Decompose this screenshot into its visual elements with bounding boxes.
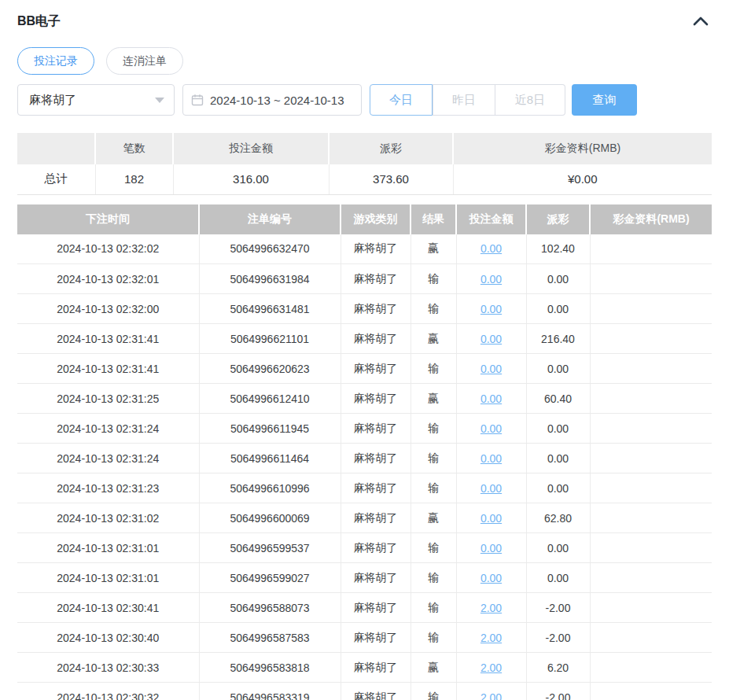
table-row: 2024-10-13 02:32:025064996632470麻将胡了赢0.0…	[17, 234, 712, 264]
header-bet-time: 下注时间	[17, 204, 199, 234]
bet-amount-cell: 0.00	[456, 264, 526, 294]
summary-total-bet-amount: 316.00	[173, 164, 329, 194]
payout-cell: -2.00	[526, 683, 590, 700]
bonus-cell	[590, 384, 712, 414]
bet-amount-cell: 0.00	[456, 533, 526, 563]
result-cell: 赢	[411, 384, 456, 414]
game-type-cell: 麻将胡了	[341, 294, 411, 324]
yesterday-button[interactable]: 昨日	[433, 84, 495, 116]
bet-amount-link[interactable]: 0.00	[480, 482, 502, 495]
table-row: 2024-10-13 02:30:335064996583818麻将胡了赢2.0…	[17, 653, 712, 683]
bet-amount-link[interactable]: 0.00	[480, 572, 502, 584]
bet-amount-cell: 0.00	[456, 354, 526, 384]
header-game-type: 游戏类别	[341, 204, 411, 234]
bet-time-cell: 2024-10-13 02:31:02	[17, 503, 199, 533]
payout-cell: 0.00	[526, 473, 590, 503]
bet-amount-link[interactable]: 0.00	[480, 242, 502, 255]
bonus-cell	[590, 414, 712, 444]
bet-amount-link[interactable]: 0.00	[480, 273, 502, 286]
date-range-input[interactable]: 2024-10-13 ~ 2024-10-13	[182, 84, 362, 116]
bonus-cell	[590, 503, 712, 533]
bet-amount-link[interactable]: 0.00	[480, 452, 502, 465]
bet-amount-link[interactable]: 2.00	[480, 602, 502, 614]
quick-date-buttons: 今日 昨日 近8日	[370, 84, 565, 116]
order-number-cell: 5064996587583	[199, 623, 341, 653]
game-type-cell: 麻将胡了	[341, 234, 411, 264]
bet-amount-link[interactable]: 0.00	[480, 542, 502, 554]
bet-amount-link[interactable]: 0.00	[480, 392, 502, 405]
payout-cell: 216.40	[526, 324, 590, 354]
table-row: 2024-10-13 02:30:405064996587583麻将胡了输2.0…	[17, 623, 712, 653]
game-type-cell: 麻将胡了	[341, 384, 411, 414]
order-number-cell: 5064996612410	[199, 384, 341, 414]
table-row: 2024-10-13 02:31:015064996599027麻将胡了输0.0…	[17, 563, 712, 593]
payout-cell: -2.00	[526, 623, 590, 653]
panel-header: BB电子	[17, 13, 712, 30]
bet-amount-cell: 0.00	[456, 234, 526, 264]
bet-amount-cell: 0.00	[456, 414, 526, 444]
bet-amount-link[interactable]: 2.00	[480, 691, 502, 700]
payout-cell: 0.00	[526, 264, 590, 294]
today-button[interactable]: 今日	[370, 84, 433, 116]
bonus-cell	[590, 264, 712, 294]
result-cell: 输	[411, 473, 456, 503]
bet-time-cell: 2024-10-13 02:32:02	[17, 234, 199, 264]
game-type-cell: 麻将胡了	[341, 264, 411, 294]
payout-cell: 0.00	[526, 563, 590, 593]
game-type-cell: 麻将胡了	[341, 473, 411, 503]
filter-bar: 麻将胡了 2024-10-13 ~ 2024-10-13 今日 昨日 近8日 查…	[17, 84, 712, 116]
records-header-row: 下注时间 注单编号 游戏类别 结果 投注金额 派彩 彩金资料(RMB)	[17, 204, 712, 234]
table-row: 2024-10-13 02:30:325064996583319麻将胡了输2.0…	[17, 683, 712, 700]
game-type-cell: 麻将胡了	[341, 593, 411, 623]
game-type-cell: 麻将胡了	[341, 354, 411, 384]
bet-amount-link[interactable]: 0.00	[480, 512, 502, 525]
bet-amount-link[interactable]: 0.00	[480, 363, 502, 375]
last-8-days-button[interactable]: 近8日	[495, 84, 565, 116]
order-number-cell: 5064996583319	[199, 683, 341, 700]
order-number-cell: 5064996621101	[199, 324, 341, 354]
payout-cell: 62.80	[526, 503, 590, 533]
order-number-cell: 5064996610996	[199, 473, 341, 503]
payout-cell: 6.20	[526, 653, 590, 683]
bonus-cell	[590, 234, 712, 264]
table-row: 2024-10-13 02:31:245064996611945麻将胡了输0.0…	[17, 414, 712, 444]
bonus-cell	[590, 473, 712, 503]
records-table-body: 2024-10-13 02:32:025064996632470麻将胡了赢0.0…	[17, 234, 712, 700]
bet-time-cell: 2024-10-13 02:30:40	[17, 623, 199, 653]
order-number-cell: 5064996611464	[199, 444, 341, 473]
calendar-icon	[191, 94, 204, 106]
result-cell: 输	[411, 354, 456, 384]
bet-amount-link[interactable]: 0.00	[480, 333, 502, 345]
bonus-cell	[590, 354, 712, 384]
game-type-cell: 麻将胡了	[341, 653, 411, 683]
payout-cell: 0.00	[526, 444, 590, 473]
bet-time-cell: 2024-10-13 02:31:41	[17, 354, 199, 384]
bet-amount-link[interactable]: 2.00	[480, 632, 502, 644]
order-number-cell: 5064996631481	[199, 294, 341, 324]
search-button[interactable]: 查询	[572, 84, 637, 116]
result-cell: 赢	[411, 234, 456, 264]
bet-amount-link[interactable]: 0.00	[480, 422, 502, 435]
bet-amount-cell: 0.00	[456, 503, 526, 533]
payout-cell: -2.00	[526, 593, 590, 623]
header-order-number: 注单编号	[199, 204, 341, 234]
bet-amount-cell: 2.00	[456, 623, 526, 653]
bet-amount-cell: 2.00	[456, 653, 526, 683]
result-cell: 输	[411, 294, 456, 324]
bet-time-cell: 2024-10-13 02:31:25	[17, 384, 199, 414]
result-cell: 赢	[411, 653, 456, 683]
tab-cancelled-orders[interactable]: 连消注单	[106, 47, 183, 75]
bonus-cell	[590, 683, 712, 700]
bet-amount-link[interactable]: 0.00	[480, 303, 502, 315]
bet-amount-link[interactable]: 2.00	[480, 661, 502, 674]
order-number-cell: 5064996599027	[199, 563, 341, 593]
table-row: 2024-10-13 02:31:025064996600069麻将胡了赢0.0…	[17, 503, 712, 533]
tab-bet-records[interactable]: 投注记录	[17, 47, 94, 75]
game-select[interactable]: 麻将胡了	[17, 84, 175, 116]
payout-cell: 0.00	[526, 354, 590, 384]
chevron-up-icon[interactable]	[691, 13, 710, 29]
payout-cell: 0.00	[526, 294, 590, 324]
result-cell: 输	[411, 593, 456, 623]
bet-time-cell: 2024-10-13 02:31:23	[17, 473, 199, 503]
bet-time-cell: 2024-10-13 02:31:24	[17, 414, 199, 444]
